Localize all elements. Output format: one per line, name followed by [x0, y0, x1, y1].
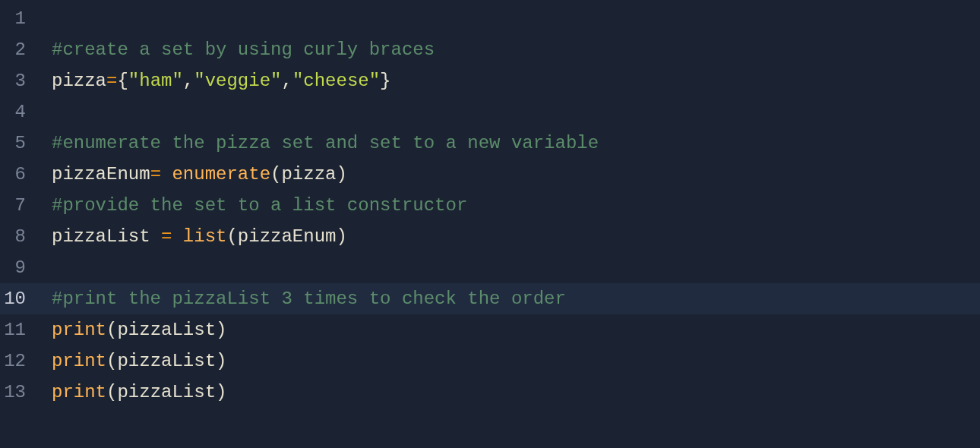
token-builtin: list [183, 226, 227, 247]
token-comment: #provide the set to a list constructor [52, 195, 467, 216]
code-content[interactable]: print(pizzaList) [40, 382, 980, 402]
token-punct: ( [106, 382, 117, 402]
token-ident: pizzaEnum [238, 226, 337, 247]
token-ident: pizza [281, 164, 336, 185]
code-line[interactable]: 4 [0, 96, 980, 128]
code-editor[interactable]: 12#create a set by using curly braces3pi… [0, 0, 980, 448]
token-punct: ) [216, 351, 226, 371]
line-number: 12 [0, 351, 40, 371]
code-line[interactable]: 5#enumerate the pizza set and set to a n… [0, 128, 980, 159]
code-line[interactable]: 2#create a set by using curly braces [0, 34, 980, 65]
line-number: 4 [0, 102, 40, 122]
token-builtin: print [52, 382, 106, 402]
token-ident: pizzaList [117, 320, 216, 340]
code-content[interactable]: #create a set by using curly braces [40, 39, 980, 60]
token-builtin: print [52, 320, 106, 340]
code-content[interactable]: print(pizzaList) [40, 320, 980, 340]
code-content[interactable]: #print the pizzaList 3 times to check th… [40, 289, 980, 309]
code-line[interactable]: 11print(pizzaList) [0, 314, 980, 345]
token-punct: ( [106, 320, 117, 340]
line-number: 3 [0, 71, 40, 91]
code-content[interactable]: pizzaList = list(pizzaEnum) [40, 226, 980, 247]
token-string: "ham" [128, 71, 183, 91]
token-punct: ) [216, 320, 226, 340]
token-punct: ) [336, 164, 346, 185]
token-comment: #print the pizzaList 3 times to check th… [52, 289, 566, 309]
line-number: 7 [0, 195, 40, 216]
token-punct: } [380, 71, 390, 91]
line-number: 10 [0, 289, 40, 309]
code-line[interactable]: 1 [0, 3, 980, 34]
token-comment: #create a set by using curly braces [52, 39, 435, 60]
token-punct: , [281, 71, 292, 91]
code-line[interactable]: 6pizzaEnum= enumerate(pizza) [0, 159, 980, 190]
code-line[interactable]: 3pizza={"ham","veggie","cheese"} [0, 65, 980, 96]
token-ident: pizzaEnum [52, 164, 150, 185]
token-punct: ( [270, 164, 281, 185]
code-line[interactable]: 10#print the pizzaList 3 times to check … [0, 283, 980, 314]
code-line[interactable]: 12print(pizzaList) [0, 345, 980, 377]
token-punct: ( [226, 226, 237, 247]
code-content[interactable]: #enumerate the pizza set and set to a ne… [40, 133, 980, 153]
token-op: = [161, 226, 183, 247]
token-punct: ) [216, 382, 226, 402]
token-builtin: enumerate [172, 164, 270, 185]
line-number: 5 [0, 133, 40, 153]
token-ident: pizzaList [117, 382, 216, 402]
line-number: 13 [0, 382, 40, 402]
token-string: "veggie" [194, 71, 281, 91]
token-ident: pizza [52, 71, 106, 91]
token-ident: pizzaList [117, 351, 216, 371]
token-punct: , [183, 71, 194, 91]
code-content[interactable]: pizzaEnum= enumerate(pizza) [40, 164, 980, 185]
code-line[interactable]: 7#provide the set to a list constructor [0, 190, 980, 221]
token-string: "cheese" [292, 71, 380, 91]
token-comment: #enumerate the pizza set and set to a ne… [52, 133, 599, 153]
token-punct: ( [106, 351, 117, 371]
code-line[interactable]: 13print(pizzaList) [0, 377, 980, 408]
line-number: 6 [0, 164, 40, 185]
code-content[interactable]: #provide the set to a list constructor [40, 195, 980, 216]
code-content[interactable]: pizza={"ham","veggie","cheese"} [40, 71, 980, 91]
line-number: 1 [0, 8, 40, 29]
token-punct: ) [336, 226, 346, 247]
code-line[interactable]: 8pizzaList = list(pizzaEnum) [0, 221, 980, 252]
line-number: 8 [0, 226, 40, 247]
code-line[interactable]: 9 [0, 252, 980, 283]
token-op: = [150, 164, 172, 185]
code-content[interactable]: print(pizzaList) [40, 351, 980, 371]
token-builtin: print [52, 351, 106, 371]
token-ident: pizzaList [52, 226, 161, 247]
line-number: 2 [0, 39, 40, 60]
line-number: 9 [0, 257, 40, 278]
line-number: 11 [0, 320, 40, 340]
token-punct: { [117, 71, 128, 91]
token-op: = [106, 71, 117, 91]
